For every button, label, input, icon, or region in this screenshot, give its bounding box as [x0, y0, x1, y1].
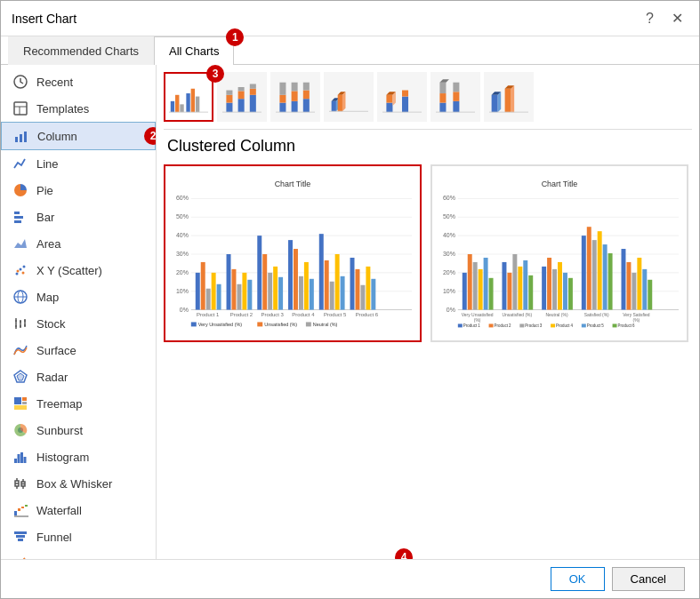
svg-rect-31 [22, 397, 27, 401]
svg-rect-191 [484, 258, 488, 310]
svg-rect-4 [15, 137, 18, 142]
sidebar-item-map[interactable]: Map [1, 284, 156, 310]
treemap-icon [12, 395, 29, 412]
svg-text:Product 1: Product 1 [463, 323, 481, 328]
close-button[interactable]: ✕ [666, 8, 688, 28]
svg-text:Product 2: Product 2 [230, 312, 253, 317]
svg-text:40%: 40% [443, 232, 455, 238]
svg-rect-226 [489, 323, 494, 327]
sidebar-item-column[interactable]: Column 2 [1, 122, 156, 150]
cancel-button[interactable]: Cancel [612, 567, 685, 591]
svg-rect-81 [292, 83, 298, 92]
svg-rect-111 [505, 89, 511, 112]
badge-1: 1 [226, 28, 244, 46]
svg-text:50%: 50% [176, 213, 189, 220]
svg-rect-228 [519, 323, 524, 327]
svg-rect-78 [279, 83, 286, 95]
svg-rect-59 [171, 101, 174, 112]
svg-text:Product 3: Product 3 [261, 312, 284, 317]
svg-text:60%: 60% [443, 195, 455, 201]
sidebar-item-pie[interactable]: Pie [1, 177, 156, 204]
svg-rect-145 [288, 240, 293, 309]
svg-rect-196 [518, 267, 522, 310]
chart-preview-1[interactable]: Chart Title 60% 50% 40% 30% 20% 10% 0% [164, 164, 422, 342]
svg-rect-205 [582, 236, 586, 309]
sidebar-item-histogram[interactable]: Histogram [1, 443, 156, 470]
svg-rect-198 [528, 276, 533, 310]
svg-text:60%: 60% [176, 195, 189, 201]
sidebar-item-recent[interactable]: Recent [1, 68, 156, 95]
svg-text:Unsatisfied (%): Unsatisfied (%) [503, 313, 533, 317]
tab-recommended[interactable]: Recommended Charts [8, 36, 154, 65]
svg-rect-73 [250, 89, 256, 95]
svg-rect-61 [180, 104, 183, 112]
templates-icon [12, 100, 29, 117]
svg-rect-100 [439, 103, 446, 113]
badge-2: 2 [144, 127, 157, 145]
dialog-footer: OK Cancel [1, 559, 699, 598]
chart-type-3d-100-stacked-column[interactable] [430, 72, 480, 122]
chart-preview-2[interactable]: Chart Title 60% 50% 40% 30% 20% 10% 0% [430, 164, 688, 342]
svg-rect-133 [212, 273, 216, 310]
svg-text:30%: 30% [443, 251, 455, 257]
svg-rect-94 [386, 95, 392, 103]
svg-rect-33 [14, 405, 27, 410]
help-button[interactable]: ? [640, 8, 659, 28]
svg-rect-6 [24, 132, 27, 142]
svg-rect-192 [489, 278, 494, 310]
svg-rect-72 [250, 95, 256, 112]
svg-text:Product 5: Product 5 [324, 312, 347, 317]
svg-rect-66 [226, 103, 232, 113]
chart-type-3d-column[interactable] [484, 72, 534, 122]
chart-type-3d-clustered-column[interactable] [324, 72, 374, 122]
svg-point-13 [23, 266, 26, 268]
svg-rect-1 [14, 102, 27, 115]
svg-rect-79 [292, 101, 298, 112]
sidebar-item-surface[interactable]: Surface [1, 337, 156, 363]
chart-type-clustered-column[interactable] [164, 72, 213, 122]
sidebar-item-templates[interactable]: Templates [1, 95, 156, 122]
sidebar-item-treemap[interactable]: Treemap [1, 390, 156, 417]
svg-rect-70 [238, 91, 245, 99]
svg-text:Neutral (%): Neutral (%) [545, 313, 567, 317]
sidebar-item-bar[interactable]: Bar [1, 204, 156, 230]
ok-button[interactable]: OK [551, 567, 605, 591]
svg-rect-60 [175, 95, 179, 112]
svg-rect-93 [386, 103, 392, 113]
svg-marker-91 [342, 92, 346, 111]
sidebar-item-radar[interactable]: Radar [1, 363, 156, 390]
charts-preview: Chart Title 60% 50% 40% 30% 20% 10% 0% [164, 164, 692, 552]
recent-icon [12, 73, 29, 91]
svg-rect-35 [14, 459, 17, 463]
svg-rect-32 [22, 402, 27, 404]
chart-type-row: 3 [164, 72, 692, 130]
svg-rect-83 [303, 91, 310, 100]
tab-all-charts[interactable]: All Charts 1 [154, 36, 234, 65]
chart-type-3d-stacked-column[interactable] [377, 72, 427, 122]
svg-text:10%: 10% [176, 288, 189, 294]
sidebar-item-box-whisker[interactable]: Box & Whisker [1, 470, 156, 497]
badge-4: 4 [395, 548, 413, 559]
svg-text:Very Unsatisfied (%): Very Unsatisfied (%) [198, 322, 243, 327]
svg-rect-210 [608, 253, 613, 310]
sidebar-item-funnel[interactable]: Funnel [1, 523, 156, 550]
chart-type-100-stacked-column[interactable] [270, 72, 320, 122]
sidebar-item-scatter[interactable]: X Y (Scatter) [1, 257, 156, 284]
sidebar-item-line[interactable]: Line [1, 150, 156, 177]
sidebar-item-stock[interactable]: Stock [1, 310, 156, 337]
sidebar-item-sunburst[interactable]: Sunburst [1, 417, 156, 443]
svg-rect-30 [14, 397, 21, 404]
svg-rect-53 [16, 535, 25, 538]
svg-rect-199 [542, 267, 546, 310]
svg-rect-201 [552, 269, 557, 310]
svg-rect-144 [278, 277, 283, 310]
sidebar-item-area[interactable]: Area [1, 230, 156, 257]
sidebar-item-waterfall[interactable]: Waterfall [1, 497, 156, 523]
chart-type-stacked-column[interactable] [217, 72, 267, 122]
svg-text:Very Satisfied: Very Satisfied [623, 313, 650, 317]
svg-rect-153 [335, 254, 340, 310]
svg-rect-168 [257, 322, 262, 326]
box-whisker-icon [12, 475, 29, 492]
svg-text:30%: 30% [176, 251, 189, 257]
sidebar-item-combo[interactable]: Combo [1, 550, 156, 559]
